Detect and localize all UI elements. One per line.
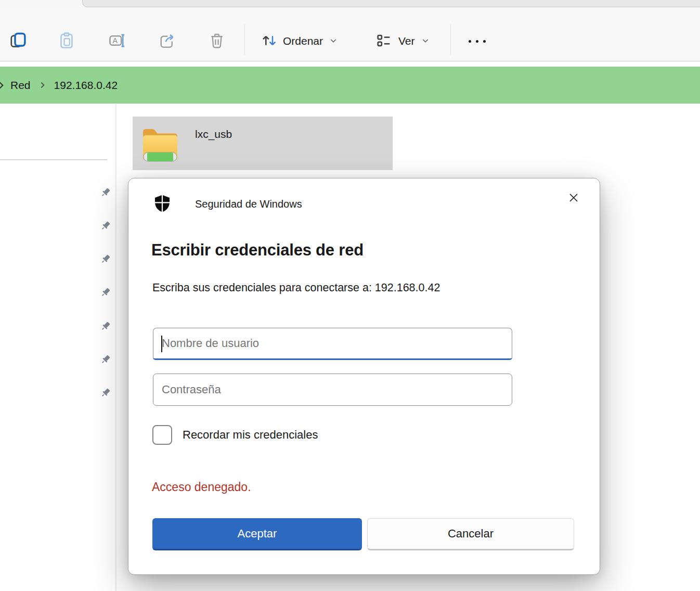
windows-security-dialog: Seguridad de Windows Escribir credencial… <box>128 178 600 575</box>
delete-button[interactable] <box>206 31 227 52</box>
toolbar-separator <box>244 24 245 55</box>
pin-icon[interactable] <box>100 320 111 332</box>
copy-button[interactable] <box>8 31 29 52</box>
dialog-description: Escriba sus credenciales para conectarse… <box>152 281 440 294</box>
address-bar[interactable]: Red 192.168.0.42 <box>0 67 700 104</box>
error-message: Acceso denegado. <box>152 480 251 494</box>
paste-button[interactable] <box>56 31 77 52</box>
toolbar-separator <box>450 24 451 55</box>
folder-icon <box>139 123 184 168</box>
sort-icon <box>260 32 277 50</box>
remember-label: Recordar mis credenciales <box>183 428 318 442</box>
file-explorer-window: A <box>0 0 700 591</box>
dialog-heading: Escribir credenciales de red <box>151 241 364 260</box>
pin-icon[interactable] <box>100 287 111 298</box>
sort-button[interactable]: Ordenar <box>260 27 338 56</box>
svg-text:A: A <box>113 36 118 45</box>
pin-icon[interactable] <box>100 253 111 265</box>
close-icon <box>566 190 581 207</box>
cancel-button[interactable]: Cancelar <box>367 518 574 550</box>
sort-label: Ordenar <box>283 35 323 47</box>
pin-icon[interactable] <box>100 220 111 232</box>
breadcrumb-item-host[interactable]: 192.168.0.42 <box>54 79 118 92</box>
more-options-button[interactable] <box>464 31 489 52</box>
file-name: lxc_usb <box>195 128 232 140</box>
pin-icon[interactable] <box>100 354 111 365</box>
view-icon <box>375 32 392 50</box>
view-label: Ver <box>398 35 415 47</box>
close-button[interactable] <box>562 187 585 210</box>
explorer-tab[interactable] <box>82 0 700 7</box>
ok-button[interactable]: Aceptar <box>152 518 362 550</box>
username-input[interactable] <box>153 328 512 358</box>
password-field[interactable] <box>153 374 512 406</box>
shield-icon <box>152 193 172 216</box>
share-button[interactable] <box>157 31 177 52</box>
pin-icon[interactable] <box>100 387 111 399</box>
remember-credentials-row[interactable]: Recordar mis credenciales <box>152 425 318 445</box>
text-caret <box>161 336 162 352</box>
sidebar-separator <box>115 104 116 591</box>
copy-icon <box>9 31 28 52</box>
dialog-buttons: Aceptar Cancelar <box>152 518 574 550</box>
dialog-title: Seguridad de Windows <box>195 198 302 210</box>
file-row-lxc-usb[interactable]: lxc_usb <box>133 117 393 170</box>
paste-icon <box>57 31 76 52</box>
rename-icon: A <box>108 31 126 52</box>
chevron-down-icon <box>421 36 430 46</box>
chevron-right-icon <box>0 67 6 104</box>
password-input[interactable] <box>153 374 512 405</box>
breadcrumb-item-red[interactable]: Red <box>10 79 31 92</box>
chevron-down-icon <box>329 36 338 46</box>
tab-strip <box>0 0 700 8</box>
share-icon <box>158 31 176 52</box>
delete-icon <box>208 31 226 52</box>
remember-checkbox[interactable] <box>152 425 172 445</box>
username-field[interactable] <box>153 328 512 360</box>
toolbar: A <box>0 8 700 61</box>
sidebar-section-divider <box>0 159 107 160</box>
chevron-right-icon <box>38 81 47 89</box>
pin-icon[interactable] <box>100 187 111 198</box>
more-icon <box>469 40 486 43</box>
view-button[interactable]: Ver <box>375 27 430 56</box>
rename-button[interactable]: A <box>107 31 127 52</box>
